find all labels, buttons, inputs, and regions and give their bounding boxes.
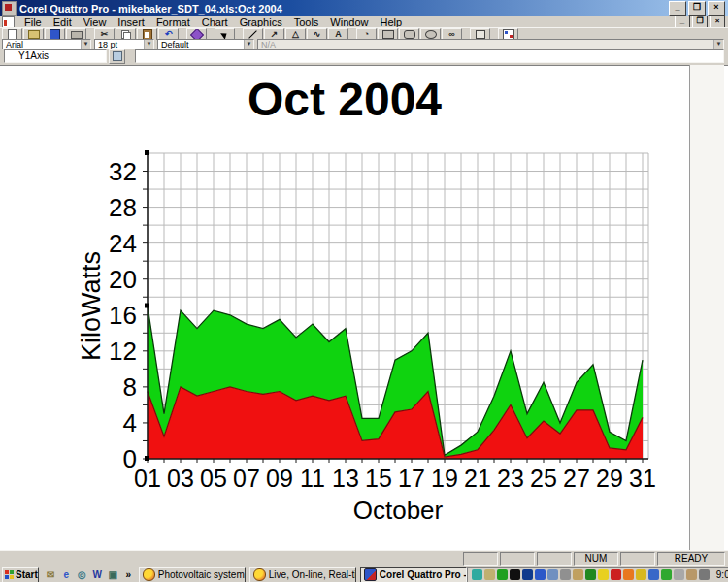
picker-icon xyxy=(113,51,122,61)
x-tick-label: 09 xyxy=(266,465,293,492)
y-tick-label: 28 xyxy=(109,193,137,222)
taskbar-button[interactable]: Corel Quattro Pro - mi... xyxy=(360,567,467,582)
tray-icon[interactable] xyxy=(686,569,697,580)
select-pointer-icon xyxy=(220,30,229,39)
namebox-picker-button[interactable] xyxy=(109,49,125,64)
menu-view[interactable]: View xyxy=(78,16,113,28)
x-tick-label: 27 xyxy=(563,465,590,492)
x-tick-label: 25 xyxy=(530,465,557,492)
x-tick-label: 01 xyxy=(134,465,161,492)
y-axis-title: KiloWatts xyxy=(77,251,106,361)
quicklaunch-desktop-icon[interactable]: ▣ xyxy=(107,568,119,581)
app-icon xyxy=(2,1,17,16)
app-titlebar: Corel Quattro Pro - mikebaker_SDT_04.xls… xyxy=(0,0,728,16)
x-tick-label: 07 xyxy=(233,465,260,492)
selection-name-box[interactable]: Y1Axis xyxy=(4,49,107,63)
menu-graphics[interactable]: Graphics xyxy=(234,16,288,28)
tray-icon[interactable] xyxy=(623,569,634,580)
selection-handle xyxy=(145,304,149,308)
tray-icon[interactable] xyxy=(560,569,571,580)
menu-chart[interactable]: Chart xyxy=(196,16,234,28)
taskbar-button[interactable]: Photovoltaic system at w... xyxy=(139,567,246,582)
status-ready: READY xyxy=(657,552,725,566)
tray-icon[interactable] xyxy=(648,569,659,580)
roundrect-tool-icon xyxy=(404,30,415,39)
quicklaunch-browser-icon[interactable]: e xyxy=(60,568,73,581)
menu-edit[interactable]: Edit xyxy=(48,16,78,28)
x-tick-label: 13 xyxy=(332,465,359,492)
x-tick-label: 23 xyxy=(497,465,524,492)
edit-bar: Y1Axis xyxy=(0,48,728,64)
ellipse-tool-icon xyxy=(425,30,437,39)
taskbar-clock: 9:08 PM xyxy=(716,569,728,580)
page-margin xyxy=(690,65,724,550)
open-icon xyxy=(28,30,40,39)
print-icon xyxy=(71,31,83,39)
tray-icon[interactable] xyxy=(484,569,495,580)
tray-icon[interactable] xyxy=(522,569,533,580)
selection-handle xyxy=(145,150,149,155)
menu-window[interactable]: Window xyxy=(324,16,374,28)
tray-icon[interactable] xyxy=(611,569,621,580)
selection-handle xyxy=(145,456,149,461)
menu-tools[interactable]: Tools xyxy=(288,16,325,28)
quick-launch-bar: ✉e◎W▣» xyxy=(45,568,135,581)
status-cell xyxy=(537,552,572,566)
quicklaunch-viewer-icon[interactable]: ◎ xyxy=(76,568,88,581)
chart[interactable]: 0481216202428320103050709111315171921232… xyxy=(0,65,728,550)
status-cell xyxy=(620,552,655,566)
quicklaunch-word-icon[interactable]: W xyxy=(91,568,104,581)
tray-icon[interactable] xyxy=(535,569,546,580)
tray-icon[interactable] xyxy=(636,569,646,580)
close-button[interactable]: × xyxy=(708,1,725,16)
start-button[interactable]: Start xyxy=(2,567,39,582)
tray-icon[interactable] xyxy=(674,569,684,580)
menu-help[interactable]: Help xyxy=(374,16,408,28)
tray-icon[interactable] xyxy=(585,569,596,580)
quicklaunch-mail-icon[interactable]: ✉ xyxy=(45,568,57,581)
x-tick-label: 31 xyxy=(629,465,656,492)
x-tick-label: 15 xyxy=(365,465,392,492)
y-tick-label: 12 xyxy=(109,337,137,366)
statusbar: NUM READY xyxy=(0,550,728,566)
y-tick-label: 24 xyxy=(109,229,137,258)
menu-format[interactable]: Format xyxy=(150,16,196,28)
webpage-icon xyxy=(253,568,266,581)
chevron-down-icon[interactable]: ▼ xyxy=(144,40,153,48)
y-tick-label: 16 xyxy=(109,301,137,330)
formula-input[interactable] xyxy=(135,49,724,63)
chevron-down-icon[interactable]: ▼ xyxy=(81,40,90,48)
menu-file[interactable]: File xyxy=(18,16,48,28)
menu-insert[interactable]: Insert xyxy=(112,16,150,28)
rectangle-tool-icon xyxy=(382,30,394,39)
line-tool-icon xyxy=(248,30,256,38)
minimize-button[interactable]: _ xyxy=(669,1,686,16)
quicklaunch-overflow-chevron[interactable]: » xyxy=(122,568,135,581)
tray-icon[interactable] xyxy=(573,569,583,580)
tray-icon[interactable] xyxy=(547,569,558,580)
x-tick-label: 17 xyxy=(398,465,425,492)
status-cell xyxy=(500,552,535,566)
x-tick-label: 29 xyxy=(596,465,623,492)
copy-icon xyxy=(121,30,130,39)
restore-button[interactable]: ❐ xyxy=(688,1,706,16)
tray-icon[interactable] xyxy=(497,569,508,580)
quattro-pro-icon xyxy=(364,568,377,581)
y-tick-label: 4 xyxy=(123,408,137,437)
webpage-icon xyxy=(143,568,155,581)
windows-logo-icon xyxy=(5,570,14,579)
tray-icon[interactable] xyxy=(510,569,520,580)
tray-icon[interactable] xyxy=(472,569,482,580)
taskbar-button[interactable]: Live, On-line, Real-time S... xyxy=(249,567,356,582)
tray-icon[interactable] xyxy=(699,569,710,580)
tray-icon[interactable] xyxy=(598,569,609,580)
panel-tool-icon xyxy=(476,30,485,39)
x-tick-label: 11 xyxy=(300,465,325,492)
chevron-down-icon[interactable]: ▼ xyxy=(244,40,253,48)
x-axis-title: October xyxy=(353,496,444,525)
document-icon[interactable] xyxy=(2,16,15,28)
window-title: Corel Quattro Pro - mikebaker_SDT_04.xls… xyxy=(19,3,282,15)
tray-icon[interactable] xyxy=(661,569,672,580)
desktop: Corel Quattro Pro - mikebaker_SDT_04.xls… xyxy=(0,0,728,582)
taskbar: Start ✉e◎W▣» Photovoltaic system at w...… xyxy=(0,566,728,582)
